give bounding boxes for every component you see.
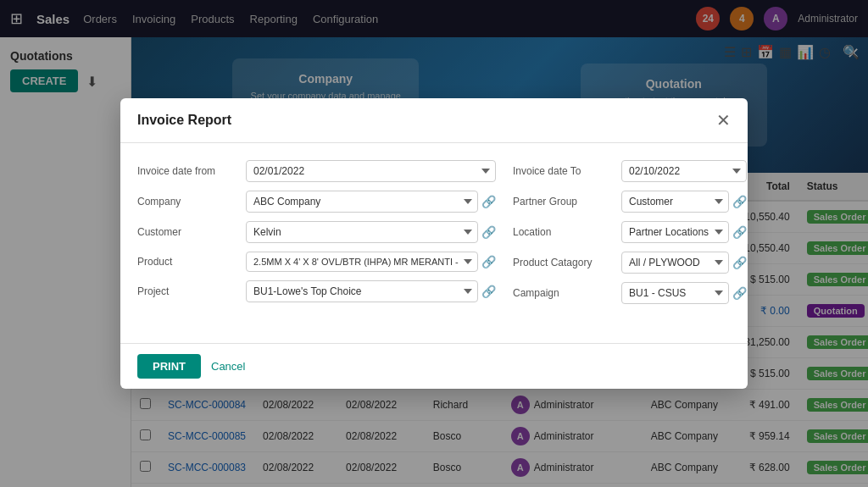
product-link-icon[interactable]: 🔗 [481, 255, 496, 268]
customer-wrap: Kelvin 🔗 [246, 221, 496, 243]
product-category-label: Product Catagory [513, 257, 615, 268]
company-select[interactable]: ABC Company [246, 191, 478, 213]
company-wrap: ABC Company 🔗 [246, 191, 496, 213]
print-button[interactable]: PRINT [137, 354, 201, 379]
product-row: Product 2.5MM X 4' X 8' OVL/BTR (IHPA) M… [137, 252, 496, 272]
location-link-icon[interactable]: 🔗 [732, 225, 747, 239]
partner-group-label: Partner Group [513, 196, 615, 208]
customer-label: Customer [137, 226, 239, 238]
invoice-date-to-label: Invoice date To [513, 165, 615, 177]
project-label: Project [137, 285, 239, 297]
invoice-date-from-wrap: 02/01/2022 [246, 160, 496, 182]
company-label: Company [137, 196, 239, 208]
invoice-date-from-select[interactable]: 02/01/2022 [246, 160, 496, 182]
campaign-select[interactable]: BU1 - CSUS [621, 282, 729, 304]
invoice-date-from-label: Invoice date from [137, 165, 239, 177]
modal-header: Invoice Report ✕ [120, 98, 748, 143]
form-col-left: Invoice date from 02/01/2022 Company ABC… [137, 160, 496, 313]
campaign-label: Campaign [513, 287, 615, 299]
location-select[interactable]: Partner Locations [621, 221, 729, 243]
invoice-date-to-row: Invoice date To 02/10/2022 [513, 160, 747, 182]
product-category-select[interactable]: All / PLYWOOD [621, 252, 729, 274]
company-row: Company ABC Company 🔗 [137, 191, 496, 213]
partner-group-link-icon[interactable]: 🔗 [732, 195, 747, 208]
location-wrap: Partner Locations 🔗 [621, 221, 747, 243]
customer-link-icon[interactable]: 🔗 [481, 225, 496, 239]
company-link-icon[interactable]: 🔗 [481, 195, 496, 208]
campaign-link-icon[interactable]: 🔗 [732, 286, 747, 300]
form-col-right: Invoice date To 02/10/2022 Partner Group… [513, 160, 747, 313]
location-row: Location Partner Locations 🔗 [513, 221, 747, 243]
invoice-date-from-row: Invoice date from 02/01/2022 [137, 160, 496, 182]
project-wrap: BU1-Lowe's Top Choice 🔗 [246, 280, 496, 302]
product-category-link-icon[interactable]: 🔗 [732, 256, 747, 269]
invoice-date-to-wrap: 02/10/2022 [621, 160, 747, 182]
invoice-report-modal: Invoice Report ✕ Invoice date from 02/01… [120, 98, 748, 389]
customer-row: Customer Kelvin 🔗 [137, 221, 496, 243]
product-wrap: 2.5MM X 4' X 8' OVL/BTR (IHPA) MR MERANT… [246, 252, 496, 272]
modal-close-button[interactable]: ✕ [716, 110, 731, 130]
project-row: Project BU1-Lowe's Top Choice 🔗 [137, 280, 496, 302]
location-label: Location [513, 226, 615, 238]
campaign-wrap: BU1 - CSUS 🔗 [621, 282, 747, 304]
project-link-icon[interactable]: 🔗 [481, 285, 496, 298]
cancel-button[interactable]: Cancel [211, 360, 245, 373]
partner-group-wrap: Customer 🔗 [621, 191, 747, 213]
product-category-wrap: All / PLYWOOD 🔗 [621, 252, 747, 274]
modal-title: Invoice Report [137, 113, 231, 128]
product-category-row: Product Catagory All / PLYWOOD 🔗 [513, 252, 747, 274]
customer-select[interactable]: Kelvin [246, 221, 478, 243]
product-label: Product [137, 256, 239, 268]
form-grid: Invoice date from 02/01/2022 Company ABC… [137, 160, 731, 313]
partner-group-select[interactable]: Customer [621, 191, 729, 213]
product-select[interactable]: 2.5MM X 4' X 8' OVL/BTR (IHPA) MR MERANT… [246, 252, 478, 272]
modal-overlay[interactable]: Invoice Report ✕ Invoice date from 02/01… [0, 0, 868, 487]
modal-body: Invoice date from 02/01/2022 Company ABC… [120, 143, 748, 343]
campaign-row: Campaign BU1 - CSUS 🔗 [513, 282, 747, 304]
project-select[interactable]: BU1-Lowe's Top Choice [246, 280, 478, 302]
invoice-date-to-select[interactable]: 02/10/2022 [621, 160, 747, 182]
partner-group-row: Partner Group Customer 🔗 [513, 191, 747, 213]
modal-footer: PRINT Cancel [120, 343, 748, 389]
